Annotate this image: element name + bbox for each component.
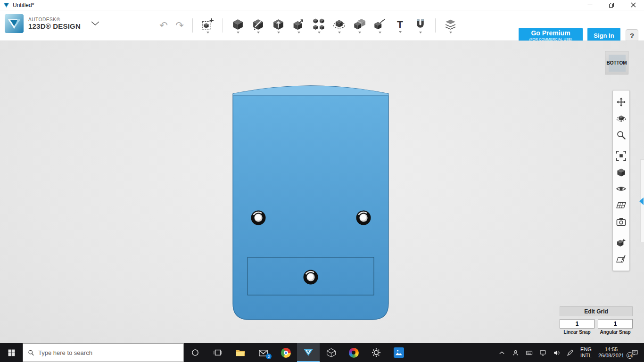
measure-icon [373, 18, 386, 31]
dropdown-caret-icon [277, 32, 280, 33]
material-tool[interactable] [443, 15, 459, 36]
search-input[interactable] [38, 349, 179, 356]
settings-button[interactable] [365, 343, 388, 362]
dropdown-caret-icon [237, 32, 239, 33]
angular-snap-input[interactable] [598, 319, 633, 329]
fit-view-button[interactable] [614, 149, 628, 163]
orbit-icon [616, 114, 626, 123]
dropdown-caret-icon [297, 32, 300, 33]
volume-button[interactable] [550, 343, 563, 362]
window-controls [579, 0, 644, 10]
edit-grid-button[interactable]: Edit Grid [560, 306, 633, 316]
sketch-tool[interactable] [250, 15, 266, 36]
touch-keyboard-icon [526, 349, 533, 356]
pen-workspace-button[interactable] [563, 343, 577, 362]
close-icon [631, 2, 636, 8]
network-monitor-icon [539, 349, 546, 356]
measure-tool[interactable] [372, 15, 388, 36]
chevron-down-icon [91, 21, 99, 26]
help-button[interactable]: ? [626, 29, 638, 42]
app-menu-button[interactable] [91, 21, 99, 26]
photos-button[interactable] [388, 343, 410, 362]
pattern-icon [313, 18, 325, 31]
combine-icon [353, 18, 366, 31]
touch-keyboard-button[interactable] [522, 343, 536, 362]
brand-block: AUTODESK® 123D® DESIGN [5, 14, 99, 33]
zoom-icon [616, 130, 626, 140]
brand-line2: 123D® DESIGN [28, 22, 81, 30]
navigation-toolbar [612, 90, 630, 271]
sketch-visibility-button[interactable] [614, 198, 628, 213]
task-view-icon [213, 348, 223, 357]
snap-inputs [560, 319, 633, 329]
dropdown-caret-icon [318, 32, 321, 33]
view-cube-home-button[interactable] [614, 165, 628, 180]
clock[interactable]: 14:55 26/08/2021 [595, 343, 627, 362]
text-tool[interactable]: T [392, 15, 408, 36]
orbit-button[interactable] [614, 112, 628, 126]
pen-icon [567, 349, 574, 356]
file-explorer-button[interactable] [229, 343, 252, 362]
side-panel-handle-icon[interactable] [639, 197, 644, 205]
separator [223, 18, 223, 33]
minimize-button[interactable] [579, 0, 601, 10]
primitives-tool[interactable] [230, 15, 246, 36]
3d-viewer-button[interactable] [320, 343, 342, 362]
window-title: Untitled* [13, 2, 34, 8]
paint-3d-button[interactable] [342, 343, 365, 362]
close-button[interactable] [622, 0, 644, 10]
combine-tool[interactable] [352, 15, 368, 36]
start-button[interactable] [0, 343, 23, 362]
hide-sketches-button[interactable] [614, 252, 628, 266]
pan-button[interactable] [614, 95, 628, 109]
notification-badge: 14 [627, 352, 633, 359]
dropdown-caret-icon [449, 32, 452, 33]
view-cube-home-icon [616, 167, 626, 177]
view-cube[interactable]: BOTTOM [605, 51, 628, 74]
viewport-canvas[interactable]: BOTTOM [0, 41, 644, 343]
press-pull-icon [292, 18, 305, 31]
pattern-tool[interactable] [311, 15, 327, 36]
dropdown-caret-icon [399, 31, 402, 33]
search-icon [28, 349, 34, 356]
undo-button[interactable]: ↶ [156, 20, 172, 31]
user-icon [512, 349, 519, 356]
3d-viewer-icon [326, 348, 336, 358]
dropdown-caret-icon [379, 32, 381, 33]
chevron-up-icon [498, 349, 505, 356]
camera-icon [616, 217, 626, 227]
grouping-tool[interactable] [331, 15, 347, 36]
snap-tool[interactable] [413, 15, 429, 36]
grouping-icon [333, 18, 346, 31]
taskbar-search[interactable] [23, 343, 184, 362]
modify-tool[interactable] [291, 15, 307, 36]
cortana-button[interactable] [184, 343, 206, 362]
restore-button[interactable] [601, 0, 622, 10]
language-indicator[interactable]: ENG INTL [577, 343, 595, 362]
sketch-icon [252, 18, 264, 31]
hide-solids-button[interactable] [614, 236, 628, 250]
redo-button[interactable]: ↷ [172, 20, 188, 31]
transform-tool[interactable] [200, 15, 216, 36]
linear-snap-input[interactable] [560, 319, 594, 329]
task-view-button[interactable] [206, 343, 229, 362]
123d-design-button[interactable] [297, 343, 320, 362]
action-center-button[interactable]: 14 [627, 343, 644, 362]
file-explorer-icon [235, 347, 246, 358]
titlebar: Untitled* [0, 0, 644, 10]
zoom-button[interactable] [614, 128, 628, 142]
network-button[interactable] [536, 343, 550, 362]
edit-grid-panel: Edit Grid Linear Snap Angular Snap [560, 306, 633, 335]
construct-tool[interactable] [271, 15, 287, 36]
tray-user-button[interactable] [509, 343, 522, 362]
system-tray: ENG INTL 14:55 26/08/2021 14 [495, 343, 644, 362]
123d-design-icon [303, 347, 314, 357]
screenshot-button[interactable] [614, 215, 628, 229]
tray-expand-button[interactable] [495, 343, 509, 362]
model-bottom-view[interactable] [0, 41, 644, 344]
show-hide-button[interactable] [614, 182, 628, 196]
chrome-button[interactable] [274, 343, 297, 362]
dropdown-caret-icon [257, 32, 260, 33]
extrude-icon [272, 18, 285, 31]
mail-button[interactable]: 2 [252, 343, 274, 362]
